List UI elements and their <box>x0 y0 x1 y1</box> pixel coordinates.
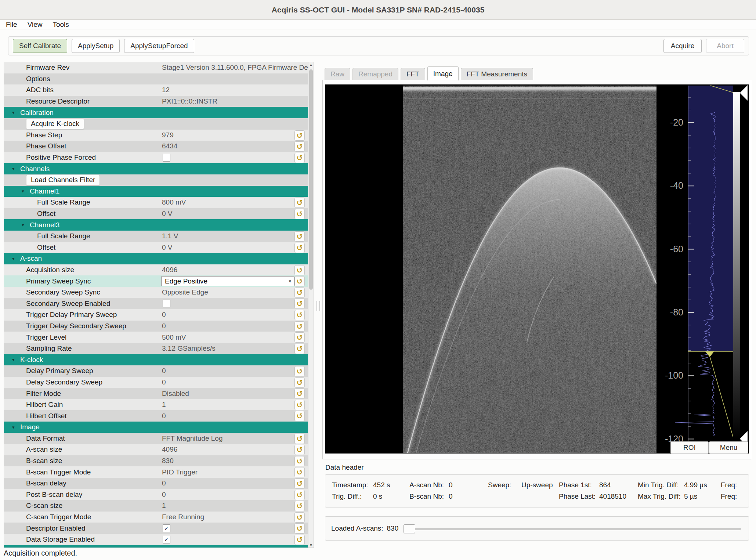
tree-row-load-channels-filter[interactable]: Load Channels Filter <box>4 174 314 186</box>
undo-button[interactable]: ↺ <box>294 299 305 309</box>
undo-button[interactable]: ↺ <box>294 231 305 242</box>
tab-fft[interactable]: FFT <box>401 68 425 80</box>
tree-row-primary-sweep-sync[interactable]: Primary Sweep SyncEdge Positive▾↺ <box>4 275 314 287</box>
tree-section-image[interactable]: ▾Image <box>4 422 314 433</box>
param-checkbox[interactable] <box>163 300 170 307</box>
undo-button[interactable]: ↺ <box>294 400 305 410</box>
undo-button[interactable]: ↺ <box>294 434 305 444</box>
toolbar-button-self-calibrate[interactable]: Self Calibrate <box>13 39 67 53</box>
undo-button[interactable]: ↺ <box>294 130 305 141</box>
undo-button[interactable]: ↺ <box>294 535 305 545</box>
tree-row-post-b-scan-delay[interactable]: Post B-scan delay0↺ <box>4 489 314 501</box>
tree-row-hilbert-offset[interactable]: Hilbert Offset0↺ <box>4 410 314 422</box>
undo-button[interactable]: ↺ <box>294 288 305 298</box>
tree-row-positive-phase-forced[interactable]: Positive Phase Forced↺ <box>4 152 314 163</box>
tree-section-a-scan[interactable]: ▾A-scan <box>4 253 314 264</box>
menu-item-view[interactable]: View <box>28 21 43 29</box>
tree-row-b-scan-size[interactable]: B-scan size830↺ <box>4 455 314 467</box>
scroll-down-icon[interactable]: ▼ <box>308 542 314 548</box>
tree-row-resource-descriptor[interactable]: Resource DescriptorPXI1::0::0::INSTR <box>4 96 314 107</box>
tree-section-channels[interactable]: ▾Channels <box>4 163 314 174</box>
undo-button[interactable]: ↺ <box>294 512 305 523</box>
menu-item-file[interactable]: File <box>6 21 17 29</box>
tree-row-firmware-rev[interactable]: Firmware RevStage1 Version 3.11.600.0, F… <box>4 62 314 73</box>
ascan-slider[interactable] <box>404 524 741 533</box>
tree-row-trigger-delay-secondary-sweep[interactable]: Trigger Delay Secondary Sweep0↺ <box>4 321 314 332</box>
tab-remapped[interactable]: Remapped <box>352 68 398 80</box>
tree-section-image-processing[interactable]: ▾Image Processing <box>4 545 314 548</box>
tree-row-data-format[interactable]: Data FormatFFT Magnitude Log↺ <box>4 433 314 444</box>
undo-button[interactable]: ↺ <box>294 478 305 489</box>
tree-row-hilbert-gain[interactable]: Hilbert Gain1↺ <box>4 399 314 411</box>
tree-row-secondary-sweep-enabled[interactable]: Secondary Sweep Enabled↺ <box>4 298 314 309</box>
param-checkbox[interactable]: ✓ <box>163 536 170 543</box>
tree-row-delay-primary-sweep[interactable]: Delay Primary Sweep0↺ <box>4 365 314 377</box>
undo-button[interactable]: ↺ <box>294 141 305 152</box>
undo-button[interactable]: ↺ <box>294 377 305 388</box>
tree-row-adc-bits[interactable]: ADC bits12 <box>4 84 314 96</box>
tree-row-data-storage-enabled[interactable]: Data Storage Enabled✓↺ <box>4 534 314 545</box>
slider-handle[interactable] <box>404 524 415 533</box>
toolbar-button-abort[interactable]: Abort <box>706 39 744 53</box>
tree-row-c-scan-size[interactable]: C-scan size1↺ <box>4 500 314 512</box>
section-collapse-icon[interactable]: ▾ <box>12 256 15 261</box>
section-collapse-icon[interactable]: ▾ <box>12 424 15 430</box>
scroll-up-icon[interactable]: ▲ <box>308 62 314 68</box>
colormap-high-handle-icon[interactable] <box>740 85 748 101</box>
threshold-marker-icon[interactable] <box>705 351 714 357</box>
tree-row-options[interactable]: Options <box>4 73 314 85</box>
section-collapse-icon[interactable]: ▾ <box>12 110 15 115</box>
tree-scrollbar[interactable]: ▲ ▼ <box>308 62 314 548</box>
undo-button[interactable]: ↺ <box>294 243 305 253</box>
undo-button[interactable]: ↺ <box>294 276 305 286</box>
undo-button[interactable]: ↺ <box>294 344 305 354</box>
slider-track[interactable] <box>404 528 741 530</box>
param-checkbox[interactable]: ✓ <box>163 524 170 532</box>
scrollbar-thumb[interactable] <box>309 69 313 290</box>
tree-row-offset[interactable]: Offset0 V↺ <box>4 208 314 220</box>
undo-button[interactable]: ↺ <box>294 332 305 343</box>
param-checkbox[interactable] <box>163 154 170 162</box>
section-collapse-icon[interactable]: ▾ <box>12 166 15 171</box>
toolbar-button-acquire[interactable]: Acquire <box>663 39 702 53</box>
undo-button[interactable]: ↺ <box>294 389 305 399</box>
toolbar-button-applysetupforced[interactable]: ApplySetupForced <box>124 39 194 53</box>
splitter[interactable] <box>314 62 322 548</box>
tree-row-secondary-sweep-sync[interactable]: Secondary Sweep SyncOpposite Edge↺ <box>4 287 314 298</box>
undo-button[interactable]: ↺ <box>294 153 305 163</box>
tree-row-full-scale-range[interactable]: Full Scale Range1.1 V↺ <box>4 231 314 242</box>
undo-button[interactable]: ↺ <box>294 445 305 455</box>
tree-row-filter-mode[interactable]: Filter ModeDisabled↺ <box>4 388 314 399</box>
undo-button[interactable]: ↺ <box>294 456 305 466</box>
tree-row-phase-step[interactable]: Phase Step979↺ <box>4 130 314 141</box>
tree-row-trigger-level[interactable]: Trigger Level500 mV↺ <box>4 332 314 343</box>
undo-button[interactable]: ↺ <box>294 501 305 511</box>
image-canvas[interactable]: -20-40-60-80-100-120 ROI Menu <box>325 84 749 454</box>
tab-image[interactable]: Image <box>427 66 459 80</box>
tree-row-descriptor-enabled[interactable]: Descriptor Enabled✓↺ <box>4 523 314 534</box>
menu-item-tools[interactable]: Tools <box>53 21 69 29</box>
param-dropdown[interactable]: Edge Positive▾ <box>161 276 294 286</box>
undo-button[interactable]: ↺ <box>294 310 305 320</box>
tree-row-acquisition-size[interactable]: Acquisition size4096↺ <box>4 264 314 276</box>
section-collapse-icon[interactable]: ▾ <box>12 357 15 362</box>
roi-button[interactable]: ROI <box>670 441 709 454</box>
tree-row-c-scan-trigger-mode[interactable]: C-scan Trigger ModeFree Running↺ <box>4 512 314 523</box>
tree-section-channel1[interactable]: ▾Channel1 <box>4 186 314 197</box>
tab-fft-measurements[interactable]: FFT Measurements <box>461 68 533 80</box>
tree-section-k-clock[interactable]: ▾K-clock <box>4 354 314 365</box>
toolbar-button-applysetup[interactable]: ApplySetup <box>72 39 120 53</box>
undo-button[interactable]: ↺ <box>294 523 305 534</box>
splitter-grip-icon[interactable] <box>316 301 320 311</box>
tree-row-full-scale-range[interactable]: Full Scale Range800 mV↺ <box>4 197 314 208</box>
undo-button[interactable]: ↺ <box>294 490 305 500</box>
tree-button-load-channels-filter[interactable]: Load Channels Filter <box>26 175 100 185</box>
undo-button[interactable]: ↺ <box>294 321 305 332</box>
section-collapse-icon[interactable]: ▾ <box>22 188 24 194</box>
tree-row-phase-offset[interactable]: Phase Offset6434↺ <box>4 141 314 152</box>
undo-button[interactable]: ↺ <box>294 265 305 275</box>
tree-row-b-scan-delay[interactable]: B-scan delay0↺ <box>4 478 314 489</box>
undo-button[interactable]: ↺ <box>294 411 305 421</box>
tree-section-channel3[interactable]: ▾Channel3 <box>4 219 314 231</box>
tree-row-b-scan-trigger-mode[interactable]: B-scan Trigger ModePIO Trigger↺ <box>4 466 314 478</box>
